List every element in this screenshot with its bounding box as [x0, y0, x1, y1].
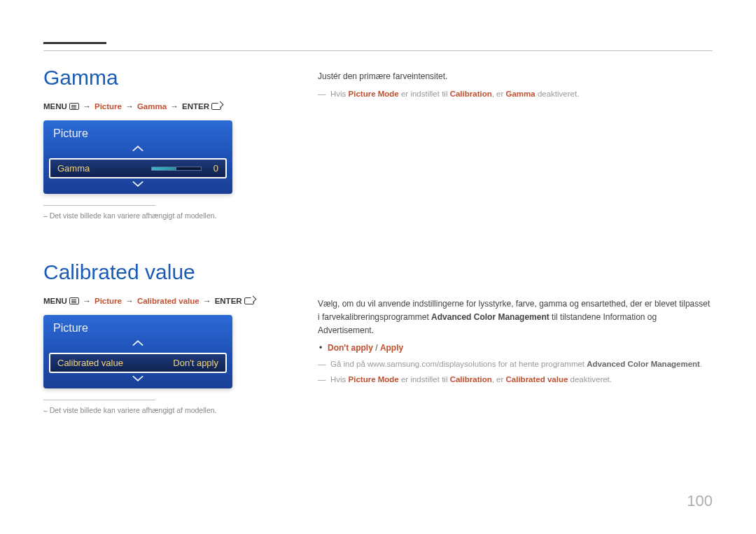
arrow-icon: →: [81, 102, 92, 111]
gamma-ref: Gamma: [506, 90, 536, 98]
text-frag: er indstillet til: [399, 375, 450, 384]
chevron-up-icon: [132, 339, 144, 347]
calibrated-description: Vælg, om du vil anvende indstillingerne …: [318, 297, 713, 338]
crumb-menu-label: MENU: [43, 102, 67, 111]
footnote-gamma: – Det viste billede kan variere afhængig…: [43, 211, 309, 220]
osd-title: Picture: [43, 120, 232, 143]
calibrated-value-ref: Calibrated value: [506, 375, 568, 384]
menu-icon: [69, 297, 79, 304]
page-number: 100: [687, 492, 713, 510]
crumb-picture: Picture: [94, 102, 122, 111]
footnote-divider: [43, 205, 155, 206]
gamma-value: 0: [209, 163, 218, 174]
gamma-slider[interactable]: [151, 167, 202, 171]
osd-nav-up[interactable]: [43, 337, 232, 353]
right-column: Justér den primære farveintensitet. Hvis…: [309, 66, 713, 444]
arrow-icon: →: [124, 297, 135, 305]
option-apply: Apply: [380, 343, 403, 353]
left-column: Gamma MENU → Picture → Gamma → ENTER Pic…: [43, 66, 309, 444]
manual-page: Gamma MENU → Picture → Gamma → ENTER Pic…: [0, 0, 756, 534]
chevron-up-icon: [132, 144, 144, 153]
text-frag: , er: [492, 375, 506, 384]
text-frag: Hvis: [330, 90, 349, 98]
text-frag: deaktiveret.: [568, 375, 612, 384]
header-accent-bar: [43, 42, 106, 44]
osd-item-label: Gamma: [57, 163, 90, 174]
osd-panel-calibrated: Picture Calibrated value Don't apply: [43, 315, 232, 388]
footnote-divider: [43, 400, 155, 400]
breadcrumb-calibrated: MENU → Picture → Calibrated value → ENTE…: [43, 297, 309, 305]
chevron-down-icon: [132, 374, 144, 383]
chevron-down-icon: [132, 180, 144, 188]
osd-item-label: Calibrated value: [57, 358, 123, 368]
text-frag: er indstillet til: [399, 90, 450, 98]
arrow-icon: →: [202, 297, 213, 305]
osd-item-gamma[interactable]: Gamma 0: [49, 158, 227, 178]
text-frag: Gå ind på www.samsung.com/displaysolutio…: [330, 360, 587, 368]
section-title-gamma: Gamma: [43, 66, 309, 90]
osd-nav-down[interactable]: [43, 373, 232, 388]
arrow-icon: →: [81, 297, 92, 305]
arrow-icon: →: [124, 102, 135, 111]
osd-title: Picture: [43, 315, 232, 337]
option-dont-apply: Don't apply: [328, 343, 373, 353]
crumb-enter-label: ENTER: [215, 297, 242, 305]
gamma-note: Hvis Picture Mode er indstillet til Cali…: [318, 87, 713, 100]
crumb-menu-label: MENU: [43, 297, 67, 305]
acm-ref: Advanced Color Management: [431, 312, 550, 322]
text-frag: .: [700, 360, 702, 368]
crumb-gamma: Gamma: [137, 102, 167, 111]
header-divider: [43, 50, 713, 51]
calibrated-note-mode: Hvis Picture Mode er indstillet til Cali…: [318, 373, 713, 386]
osd-nav-down[interactable]: [43, 178, 232, 194]
text-frag: , er: [492, 90, 506, 98]
picture-mode-ref: Picture Mode: [349, 90, 399, 98]
osd-panel-gamma: Picture Gamma 0: [43, 120, 232, 194]
calibrated-current-value: Don't apply: [173, 358, 218, 368]
calibrated-note-download: Gå ind på www.samsung.com/displaysolutio…: [318, 358, 713, 370]
enter-icon: [211, 103, 221, 110]
option-separator: /: [373, 343, 380, 353]
calibration-ref: Calibration: [450, 375, 492, 384]
crumb-calibrated: Calibrated value: [137, 297, 200, 305]
acm-ref: Advanced Color Management: [587, 360, 700, 368]
osd-nav-up[interactable]: [43, 143, 232, 158]
breadcrumb-gamma: MENU → Picture → Gamma → ENTER: [43, 102, 309, 111]
enter-icon: [244, 297, 254, 304]
page-content: Gamma MENU → Picture → Gamma → ENTER Pic…: [43, 66, 713, 444]
crumb-picture: Picture: [94, 297, 122, 305]
menu-icon: [69, 103, 79, 110]
text-frag: Hvis: [330, 375, 349, 384]
gamma-description: Justér den primære farveintensitet.: [318, 70, 713, 83]
text-frag: deaktiveret.: [536, 90, 580, 98]
calibrated-options: Don't apply / Apply: [318, 342, 713, 355]
section-title-calibrated: Calibrated value: [43, 260, 309, 284]
crumb-enter-label: ENTER: [182, 102, 209, 111]
calibration-ref: Calibration: [450, 90, 492, 98]
picture-mode-ref: Picture Mode: [349, 375, 399, 384]
arrow-icon: →: [169, 102, 180, 111]
footnote-calibrated: – Det viste billede kan variere afhængig…: [43, 406, 309, 414]
osd-item-calibrated[interactable]: Calibrated value Don't apply: [49, 353, 227, 373]
